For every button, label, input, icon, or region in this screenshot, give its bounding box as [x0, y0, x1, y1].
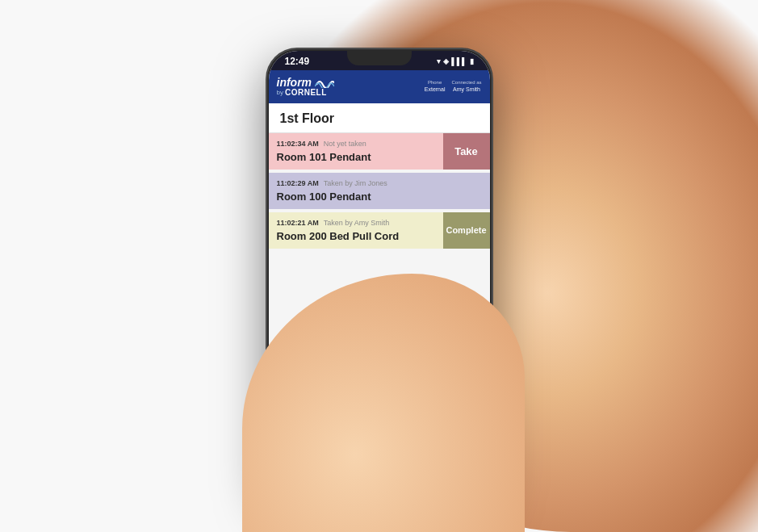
alert-item-2: 11:02:29 AM Taken by Jim Jones Room 100 … [269, 173, 490, 209]
header-connection-info: Phone External Connected as Amy Smith [425, 80, 482, 94]
alert-3-time: 11:02:21 AM [277, 219, 319, 227]
scene: 12:49 ▾ ◈ ▌▌▌ ▮ inform [0, 0, 758, 532]
alert-2-time: 11:02:29 AM [277, 179, 319, 187]
phone-notch [347, 51, 412, 65]
alert-2-content: 11:02:29 AM Taken by Jim Jones Room 100 … [269, 173, 490, 209]
floor-title-bar: 1st Floor [269, 103, 490, 133]
alert-2-title: Room 100 Pendant [277, 191, 482, 203]
alert-3-status: Taken by Amy Smith [324, 219, 390, 227]
alert-item-1: 11:02:34 AM Not yet taken Room 101 Penda… [269, 133, 490, 170]
alert-2-status: Taken by Jim Jones [324, 179, 387, 187]
alert-1-meta: 11:02:34 AM Not yet taken [277, 140, 435, 148]
status-icons: ▾ ◈ ▌▌▌ ▮ [437, 57, 473, 65]
alert-2-meta: 11:02:29 AM Taken by Jim Jones [277, 179, 482, 187]
battery-icon: ▮ [470, 57, 474, 65]
logo-waves-icon [315, 77, 334, 88]
alert-1-time: 11:02:34 AM [277, 140, 319, 148]
signal-icon: ▌▌▌ [451, 57, 467, 65]
alert-3-content: 11:02:21 AM Taken by Amy Smith Room 200 … [269, 212, 443, 249]
wifi-icon: ▾ [437, 57, 441, 65]
phone-label: Phone [425, 80, 446, 86]
alert-1-status: Not yet taken [324, 140, 366, 148]
alert-3-meta: 11:02:21 AM Taken by Amy Smith [277, 219, 435, 227]
connected-label: Connected as [451, 80, 481, 86]
connected-info: Connected as Amy Smith [451, 80, 481, 94]
alert-1-content: 11:02:34 AM Not yet taken Room 101 Penda… [269, 133, 443, 170]
alert-item-3: 11:02:21 AM Taken by Amy Smith Room 200 … [269, 212, 490, 249]
connected-value: Amy Smith [453, 86, 480, 92]
phone-value: External [425, 86, 446, 92]
status-time: 12:49 [285, 56, 310, 67]
logo-cornell: CORNELL [285, 89, 327, 97]
alert-3-complete-button[interactable]: Complete [443, 212, 490, 249]
floor-title-text: 1st Floor [280, 111, 335, 125]
app-header: inform by CORNELL Ph [269, 70, 490, 103]
logo-inform: inform [277, 77, 312, 88]
logo-by: by [277, 89, 283, 96]
phone-info: Phone External [425, 80, 446, 94]
bluetooth-icon: ◈ [443, 57, 449, 65]
alert-3-title: Room 200 Bed Pull Cord [277, 230, 435, 242]
alert-1-take-button[interactable]: Take [443, 133, 490, 170]
app-logo: inform by CORNELL [277, 77, 335, 97]
alert-1-title: Room 101 Pendant [277, 151, 435, 163]
